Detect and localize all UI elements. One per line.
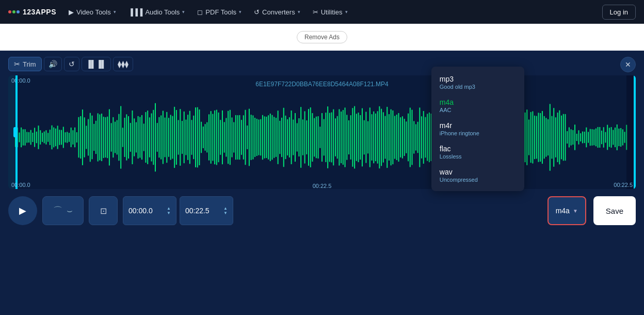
logo[interactable]: 123APPS [8, 8, 56, 16]
scissors-icon: ✂ [14, 60, 20, 68]
pdf-tools-chevron: ▾ [239, 9, 242, 14]
trim-button[interactable]: ✂ Trim [8, 57, 42, 71]
utilities-icon: ✂ [313, 8, 318, 16]
start-time-spinner[interactable]: ▲ ▼ [167, 207, 171, 215]
curve-button[interactable]: ⌒ ⌣ [42, 196, 84, 225]
converters-icon: ↺ [254, 8, 260, 16]
bottom-controls: ▶ ⌒ ⌣ ⊡ ▲ ▼ ▲ ▼ [8, 196, 636, 225]
converters-chevron: ▾ [298, 9, 300, 14]
nav-pdf-tools[interactable]: ◻ PDF Tools ▾ [192, 0, 247, 24]
start-time-input[interactable] [128, 207, 165, 215]
format-chevron-icon: ▼ [573, 208, 578, 214]
trim-handles-button[interactable]: ⊡ [89, 196, 118, 225]
fade-in-icon: ⌒ [53, 204, 62, 217]
time-marker-mid: 00:22.5 [313, 183, 332, 189]
format-mp3-desc: Good old mp3 [440, 84, 516, 90]
format-flac-desc: Lossless [440, 153, 516, 160]
start-time-up[interactable]: ▲ [167, 207, 171, 211]
trim-handles-icon: ⊡ [100, 206, 107, 216]
play-icon: ▶ [19, 205, 26, 216]
trim-label: Trim [23, 60, 36, 68]
loop-icon: ↺ [69, 60, 75, 68]
format-option-mp3[interactable]: mp3 Good old mp3 [431, 71, 524, 94]
equalizer-icon: ⧫⧫⧫ [118, 60, 128, 68]
end-time-input[interactable] [185, 207, 221, 215]
nav-utilities[interactable]: ✂ Utilities ▾ [308, 0, 353, 24]
nav-audio-tools-label: Audio Tools [145, 8, 180, 16]
format-m4a-label: m4a [440, 98, 516, 106]
format-option-wav[interactable]: wav Uncompressed [431, 164, 524, 187]
nav-video-tools-label: Video Tools [76, 8, 111, 16]
format-dropdown: mp3 Good old mp3 m4a AAC m4r iPhone ring… [431, 67, 524, 191]
waveform-container: 00:00.0 6E1E97F722D0BBA76EE8D5464A08F121… [8, 75, 636, 189]
format-flac-label: flac [440, 145, 516, 153]
waveform-button[interactable]: ▐▌▐▌ [82, 57, 111, 71]
handle-right[interactable] [634, 75, 636, 189]
pdf-tools-icon: ◻ [197, 8, 203, 16]
close-button[interactable]: ✕ [620, 57, 636, 72]
format-current-label: m4a [556, 207, 570, 215]
end-time-spinner[interactable]: ▲ ▼ [223, 207, 228, 215]
navbar: 123APPS ▶ Video Tools ▾ ▐▐▐ Audio Tools … [0, 0, 644, 24]
nav-utilities-label: Utilities [321, 8, 343, 16]
waveform-canvas [8, 75, 636, 189]
video-tools-icon: ▶ [69, 8, 74, 16]
equalizer-button[interactable]: ⧫⧫⧫ [113, 57, 133, 71]
logo-dot-blue [17, 10, 20, 13]
logo-dot-green [12, 10, 15, 13]
play-button[interactable]: ▶ [8, 196, 37, 225]
end-time-down[interactable]: ▼ [223, 211, 228, 215]
audio-tools-icon: ▐▐▐ [128, 8, 143, 16]
volume-icon: 🔊 [49, 60, 57, 68]
start-time-input-box: ▲ ▼ [123, 196, 176, 225]
nav-video-tools[interactable]: ▶ Video Tools ▾ [63, 0, 121, 24]
time-marker-end: 00:22.5 [610, 181, 636, 189]
format-option-m4a[interactable]: m4a AAC [431, 94, 524, 117]
logo-dots [8, 10, 20, 13]
format-option-flac[interactable]: flac Lossless [431, 140, 524, 164]
logo-text: 123APPS [23, 8, 56, 16]
utilities-chevron: ▾ [345, 9, 348, 14]
format-area: m4a ▼ mp3 Good old mp3 m4a AAC m4r iPhon… [548, 196, 586, 225]
ads-bar: Remove Ads [0, 24, 644, 51]
waveform-time-start: 00:00.0 [11, 77, 30, 84]
nav-pdf-tools-label: PDF Tools [205, 8, 236, 16]
format-m4a-desc: AAC [440, 107, 516, 113]
nav-audio-tools[interactable]: ▐▐▐ Audio Tools ▾ [123, 0, 190, 24]
start-time-down[interactable]: ▼ [167, 211, 171, 215]
video-tools-chevron: ▾ [114, 9, 116, 14]
fade-out-icon: ⌣ [67, 206, 73, 216]
format-m4r-desc: iPhone ringtone [440, 130, 516, 136]
time-inputs: ▲ ▼ ▲ ▼ [123, 196, 233, 225]
nav-converters-label: Converters [262, 8, 295, 16]
loop-button[interactable]: ↺ [64, 57, 79, 71]
format-mp3-label: mp3 [440, 75, 516, 83]
toolbar: ✂ Trim 🔊 ↺ ▐▌▐▌ ⧫⧫⧫ [8, 57, 636, 71]
format-wav-label: wav [440, 168, 516, 176]
volume-button[interactable]: 🔊 [44, 57, 62, 71]
end-time-up[interactable]: ▲ [223, 207, 228, 211]
save-button[interactable]: Save [593, 196, 636, 225]
format-button[interactable]: m4a ▼ [548, 196, 586, 225]
logo-dot-red [8, 10, 11, 13]
editor: ✂ Trim 🔊 ↺ ▐▌▐▌ ⧫⧫⧫ 00:00.0 6E1E97F722D0… [0, 51, 644, 315]
audio-tools-chevron: ▾ [182, 9, 185, 14]
handle-left[interactable] [15, 75, 18, 189]
remove-ads-button[interactable]: Remove Ads [297, 31, 347, 43]
end-time-input-box: ▲ ▼ [180, 196, 233, 225]
format-option-m4r[interactable]: m4r iPhone ringtone [431, 117, 524, 140]
close-icon: ✕ [625, 60, 631, 69]
time-marker-start: 00:00.0 [8, 181, 34, 189]
waveform-icon: ▐▌▐▌ [86, 60, 107, 68]
login-button[interactable]: Log in [602, 5, 636, 20]
nav-converters[interactable]: ↺ Converters ▾ [249, 0, 305, 24]
format-m4r-label: m4r [440, 121, 516, 130]
format-wav-desc: Uncompressed [440, 177, 516, 183]
waveform-filename: 6E1E97F722D0BBA76EE8D5464A08F121.MP4 [255, 81, 389, 88]
